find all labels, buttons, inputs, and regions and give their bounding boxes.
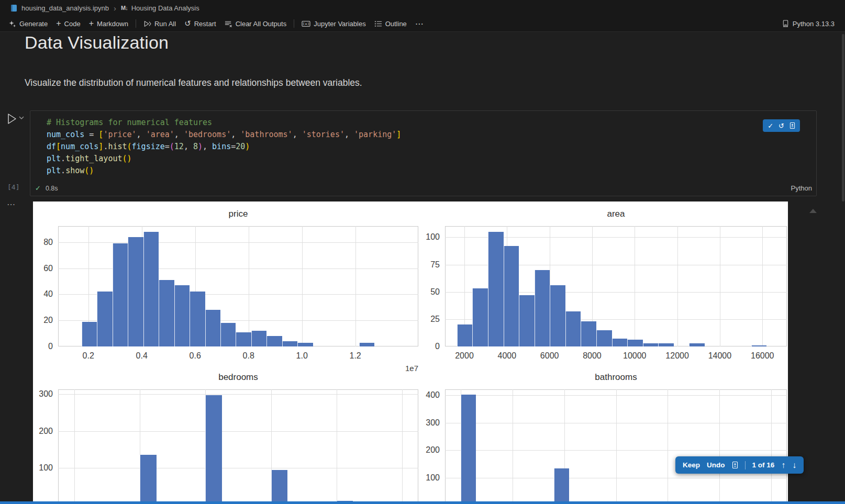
x-tick-label: 2000 xyxy=(446,351,483,361)
previous-change-button[interactable]: ↑ xyxy=(781,461,785,470)
histogram-bar xyxy=(504,246,519,346)
y-tick-label: 100 xyxy=(33,463,53,473)
x-tick-label: 1.0 xyxy=(284,351,320,361)
run-all-button[interactable]: Run All xyxy=(139,18,180,29)
histogram-bar xyxy=(581,321,596,346)
histogram-bar xyxy=(236,332,251,346)
output-options-button[interactable]: ⋯ xyxy=(7,199,16,209)
x-tick-label: 16000 xyxy=(744,351,781,361)
code-line[interactable]: # Histograms for numerical features xyxy=(47,117,816,129)
y-gridline xyxy=(58,394,418,395)
y-tick-label: 50 xyxy=(415,287,440,297)
histogram-bar xyxy=(159,280,174,346)
histogram-bar xyxy=(565,311,581,346)
histogram-bar xyxy=(220,323,236,346)
discard-changes-icon[interactable]: ↺ xyxy=(779,122,784,129)
x-gridline xyxy=(677,226,678,346)
svg-text:(x): (x) xyxy=(303,21,310,26)
code-line[interactable]: plt.show() xyxy=(47,165,816,177)
code-line[interactable]: df[num_cols].hist(figsize=(12, 8), bins=… xyxy=(47,141,816,153)
y-tick-label: 25 xyxy=(415,314,440,324)
add-code-button[interactable]: + Code xyxy=(52,18,84,29)
restart-button[interactable]: ↺ Restart xyxy=(180,18,220,29)
add-markdown-button[interactable]: + Markdown xyxy=(85,18,132,29)
x-gridline xyxy=(719,389,720,504)
breadcrumb-file[interactable]: housing_data_analysis.ipynb xyxy=(21,4,109,12)
breadcrumb-cell-title[interactable]: Housing Data Analysis xyxy=(131,4,199,12)
y-tick-label: 200 xyxy=(415,445,440,455)
code-line[interactable]: plt.tight_layout() xyxy=(47,153,816,165)
next-change-button[interactable]: ↓ xyxy=(792,461,796,470)
scroll-up-arrow-icon[interactable] xyxy=(809,209,817,213)
histogram-bar xyxy=(627,340,643,346)
sparkle-icon xyxy=(8,20,16,28)
code-editor[interactable]: # Histograms for numerical featuresnum_c… xyxy=(30,111,816,177)
y-tick-label: 80 xyxy=(33,237,53,248)
more-actions-button[interactable]: ⋯ xyxy=(411,17,428,30)
histogram-bar xyxy=(143,232,159,346)
run-cell-button[interactable] xyxy=(5,112,18,126)
histogram-bar xyxy=(457,324,473,346)
markdown-heading: Data Visualization xyxy=(25,32,169,53)
accept-changes-icon[interactable]: ✓ xyxy=(768,122,773,129)
x-gridline xyxy=(402,389,403,504)
clear-all-outputs-button[interactable]: Clear All Outputs xyxy=(220,18,291,29)
x-tick-label: 12000 xyxy=(659,351,696,361)
x-tick-label: 0.4 xyxy=(124,351,160,361)
histogram-bar xyxy=(550,285,565,346)
histogram-bar xyxy=(488,232,504,346)
diff-review-toolbar: Keep Undo 1 of 16 ↑ ↓ xyxy=(675,456,804,474)
histogram-bar xyxy=(82,322,97,346)
outline-icon xyxy=(374,20,382,28)
cell-diff-toolbar: ✓ ↺ xyxy=(763,119,800,132)
x-gridline xyxy=(616,389,617,504)
breadcrumb-bar: housing_data_analysis.ipynb › M↓ Housing… xyxy=(0,0,845,16)
cell-language[interactable]: Python xyxy=(791,184,812,192)
histogram-bar xyxy=(297,343,313,346)
axis-offset-label: 1e7 xyxy=(387,364,418,373)
x-gridline xyxy=(355,226,356,346)
outline-button[interactable]: Outline xyxy=(370,18,411,29)
diff-file-icon[interactable] xyxy=(790,122,795,129)
x-gridline xyxy=(720,226,720,346)
histogram-bar xyxy=(461,395,476,504)
histogram-bar xyxy=(596,330,612,346)
x-gridline xyxy=(337,389,337,504)
notebook-file-icon xyxy=(10,4,18,12)
kernel-icon xyxy=(782,19,790,28)
y-tick-label: 400 xyxy=(415,390,440,400)
restart-icon: ↺ xyxy=(184,20,191,27)
jupyter-variables-button[interactable]: (x) Jupyter Variables xyxy=(297,18,370,29)
plus-icon: + xyxy=(89,21,94,26)
diff-file-icon[interactable] xyxy=(732,461,738,469)
markdown-paragraph: Visualize the distribution of numerical … xyxy=(25,77,362,88)
histogram-bar xyxy=(519,295,535,346)
x-gridline xyxy=(771,389,772,504)
generate-button[interactable]: Generate xyxy=(4,18,52,29)
keep-button[interactable]: Keep xyxy=(683,461,700,469)
chart-title: price xyxy=(58,209,418,219)
chart-title: bedrooms xyxy=(58,372,418,383)
histogram-bar xyxy=(359,343,374,346)
undo-button[interactable]: Undo xyxy=(707,461,725,469)
y-gridline xyxy=(58,468,418,468)
plus-icon: + xyxy=(56,21,61,26)
histogram-bar xyxy=(205,395,221,504)
y-tick-label: 200 xyxy=(33,426,53,436)
toolbar-divider xyxy=(136,19,136,28)
run-options-chevron-icon[interactable] xyxy=(19,116,24,120)
x-tick-label: 1.2 xyxy=(337,351,374,361)
histogram-bar xyxy=(282,341,297,346)
histogram-bar xyxy=(266,336,282,346)
editor-scrollbar[interactable] xyxy=(842,34,844,201)
cell-status-bar: ✓ 0.8s Python xyxy=(30,181,816,196)
clear-outputs-icon xyxy=(225,20,232,28)
y-gridline xyxy=(445,395,787,396)
histogram-bar xyxy=(190,292,205,346)
histogram-bar xyxy=(658,343,674,346)
kernel-picker[interactable]: Python 3.13.3 xyxy=(777,18,839,29)
code-line[interactable]: num_cols = ['price', 'area', 'bedrooms',… xyxy=(47,129,816,141)
run-all-icon xyxy=(143,20,151,28)
y-gridline xyxy=(445,423,787,423)
y-gridline xyxy=(445,478,787,478)
